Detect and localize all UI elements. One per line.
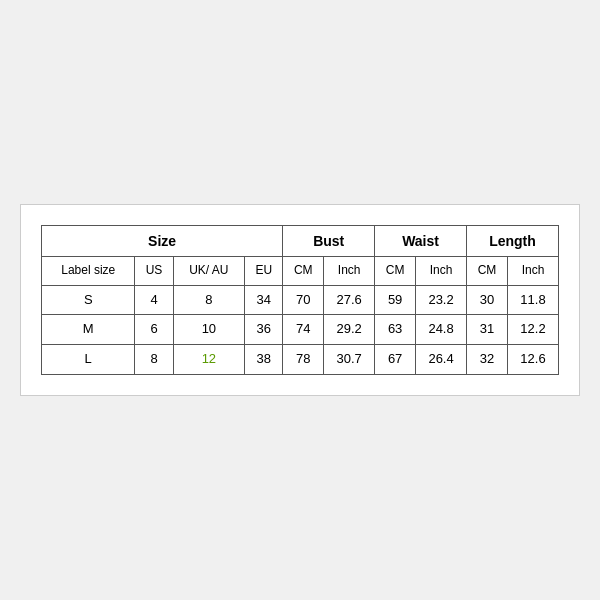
length-inch-cell: 12.6 [508,345,559,375]
us-cell: 8 [135,345,173,375]
label-cell: M [42,315,135,345]
bust-cm-header: CM [283,256,324,285]
uk-au-header: UK/ AU [173,256,245,285]
length-cm-cell: 31 [467,315,508,345]
uk-au-cell: 8 [173,285,245,315]
bust-inch-cell: 30.7 [324,345,375,375]
bust-cm-cell: 78 [283,345,324,375]
length-inch-cell: 11.8 [508,285,559,315]
waist-cm-cell: 63 [375,315,416,345]
bust-cm-cell: 70 [283,285,324,315]
size-chart-table: Size Bust Waist Length Label size US UK/… [41,225,559,375]
waist-cm-header: CM [375,256,416,285]
size-group-header: Size [42,225,283,256]
waist-inch-cell: 26.4 [416,345,467,375]
label-cell: S [42,285,135,315]
eu-cell: 34 [245,285,283,315]
label-cell: L [42,345,135,375]
bust-cm-cell: 74 [283,315,324,345]
length-cm-cell: 32 [467,345,508,375]
us-cell: 4 [135,285,173,315]
bust-group-header: Bust [283,225,375,256]
length-cm-cell: 30 [467,285,508,315]
uk-au-cell: 10 [173,315,245,345]
table-row: S48347027.65923.23011.8 [42,285,559,315]
table-row: M610367429.26324.83112.2 [42,315,559,345]
waist-inch-header: Inch [416,256,467,285]
eu-cell: 38 [245,345,283,375]
us-cell: 6 [135,315,173,345]
waist-cm-cell: 59 [375,285,416,315]
table-row: L812387830.76726.43212.6 [42,345,559,375]
length-inch-cell: 12.2 [508,315,559,345]
length-inch-header: Inch [508,256,559,285]
bust-inch-header: Inch [324,256,375,285]
bust-inch-cell: 27.6 [324,285,375,315]
bust-inch-cell: 29.2 [324,315,375,345]
label-size-header: Label size [42,256,135,285]
length-cm-header: CM [467,256,508,285]
length-group-header: Length [467,225,559,256]
size-chart-card: Size Bust Waist Length Label size US UK/… [20,204,580,396]
us-header: US [135,256,173,285]
waist-inch-cell: 24.8 [416,315,467,345]
eu-cell: 36 [245,315,283,345]
waist-inch-cell: 23.2 [416,285,467,315]
waist-cm-cell: 67 [375,345,416,375]
uk-au-cell: 12 [173,345,245,375]
waist-group-header: Waist [375,225,467,256]
eu-header: EU [245,256,283,285]
